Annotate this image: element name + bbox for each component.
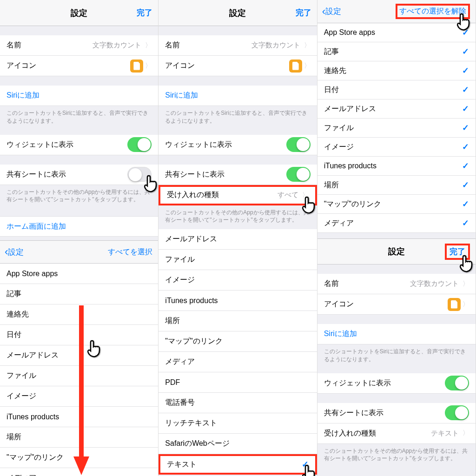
home-add-label: ホーム画面に追加 (7, 222, 66, 231)
doc-icon (130, 60, 143, 73)
type-row[interactable]: ファイル (0, 366, 158, 386)
navbar: ‹ 設定 すべての選択を解除 (317, 0, 476, 23)
type-row[interactable]: メディア (159, 352, 317, 372)
type-row[interactable]: 日付✓ (317, 80, 476, 99)
done-button[interactable]: 完了 (445, 244, 470, 260)
type-row[interactable]: ファイル (159, 250, 317, 270)
type-row[interactable]: "マップ"のリンク (159, 331, 317, 352)
type-row[interactable]: 日付 (0, 325, 158, 345)
widget-row[interactable]: ウィジェットに表示 (159, 135, 317, 155)
checkmark-icon: ✓ (462, 27, 469, 38)
icon-row[interactable]: アイコン 〉 (317, 294, 476, 315)
share-row[interactable]: 共有シートに表示 (317, 403, 476, 423)
type-row[interactable]: 記事 (0, 284, 158, 304)
type-row[interactable]: 場所 (0, 427, 158, 448)
chevron-right-icon: 〉 (145, 62, 152, 70)
accept-types-row[interactable]: 受け入れの種類 すべて 〉 (159, 185, 317, 205)
share-footer: このショートカットをその他のAppから使用するには、共有シートを開いて"ショート… (0, 185, 158, 207)
type-row[interactable]: メディア (0, 468, 158, 476)
type-row[interactable]: "マップ"のリンク✓ (317, 195, 476, 214)
back-button[interactable]: ‹ 設定 (322, 6, 341, 18)
siri-footer: このショートカットをSiriに追加すると、音声で実行できるようになります。 (317, 344, 476, 367)
accept-types-row[interactable]: 受け入れの種類 テキスト 〉 (317, 423, 476, 444)
done-button[interactable]: 完了 (137, 7, 152, 18)
name-row[interactable]: 名前 文字数カウント 〉 (317, 274, 476, 294)
navbar: 設定 完了 (317, 238, 476, 264)
back-button[interactable]: ‹ 設定 (5, 246, 24, 258)
nav-title: 設定 (71, 7, 87, 19)
type-row[interactable]: App Store apps✓ (317, 23, 476, 42)
siri-footer: このショートカットをSiriに追加すると、音声で実行できるようになります。 (159, 106, 317, 128)
share-row[interactable]: 共有シートに表示 (159, 165, 317, 185)
share-row[interactable]: 共有シートに表示 (0, 165, 158, 185)
type-row[interactable]: イメージ (159, 270, 317, 291)
checkmark-icon: ✓ (462, 199, 469, 209)
siri-add-row[interactable]: Siriに追加 (317, 324, 476, 344)
type-row[interactable]: メールアドレス (0, 345, 158, 366)
siri-footer: このショートカットをSiriに追加すると、音声で実行できるようになります。 (0, 106, 158, 128)
type-row[interactable]: iTunes products (159, 291, 317, 311)
type-row[interactable]: iTunes products✓ (317, 157, 476, 176)
navbar: 設定 完了 (0, 0, 158, 26)
type-row[interactable]: イメージ✓ (317, 138, 476, 157)
type-row[interactable]: App Store apps (0, 264, 158, 284)
siri-add-label: Siriに追加 (7, 91, 40, 100)
checkmark-icon: ✓ (462, 161, 469, 171)
checkmark-icon: ✓ (462, 142, 469, 152)
widget-row[interactable]: ウィジェットに表示 (0, 135, 158, 155)
checkmark-icon: ✓ (462, 66, 469, 76)
type-row[interactable]: 連絡先✓ (317, 61, 476, 80)
name-row[interactable]: 名前 文字数カウント 〉 (0, 35, 158, 56)
share-toggle[interactable] (286, 167, 311, 182)
name-row[interactable]: 名前 文字数カウント 〉 (159, 35, 317, 56)
checkmark-icon: ✓ (302, 459, 309, 469)
name-label: 名前 (7, 40, 93, 50)
type-row[interactable]: SafariのWebページ (159, 434, 317, 454)
chevron-right-icon: 〉 (304, 62, 311, 70)
widget-toggle[interactable] (445, 376, 469, 390)
type-row[interactable]: 電話番号 (159, 393, 317, 413)
name-value: 文字数カウント (93, 41, 141, 50)
nav-title: 設定 (388, 246, 405, 257)
type-row[interactable]: 場所 (159, 311, 317, 331)
type-row[interactable]: 場所✓ (317, 176, 476, 195)
checkmark-icon: ✓ (462, 46, 469, 57)
type-row[interactable]: リッチテキスト (159, 413, 317, 434)
type-row[interactable]: メディア✓ (317, 214, 476, 233)
type-row[interactable]: メールアドレス✓ (317, 99, 476, 119)
type-row-text[interactable]: テキスト ✓ (159, 454, 317, 475)
widget-label: ウィジェットに表示 (7, 140, 127, 150)
siri-add-row[interactable]: Siriに追加 (0, 86, 158, 106)
share-toggle[interactable] (445, 405, 469, 420)
share-footer: このショートカットをその他のAppから使用するには、共有シートを開いて"ショート… (317, 444, 476, 466)
doc-icon (448, 298, 461, 311)
type-row[interactable]: "マップ"のリンク (0, 448, 158, 468)
chevron-left-icon: ‹ (322, 6, 325, 18)
type-row[interactable]: iTunes products (0, 407, 158, 427)
icon-row[interactable]: アイコン 〉 (159, 56, 317, 76)
done-button[interactable]: 完了 (296, 7, 311, 18)
widget-toggle[interactable] (286, 137, 311, 152)
checkmark-icon: ✓ (462, 104, 469, 114)
type-row[interactable]: PDF (159, 372, 317, 393)
doc-icon (289, 60, 302, 73)
share-toggle[interactable] (127, 167, 152, 182)
chevron-right-icon: 〉 (463, 300, 469, 309)
siri-add-row[interactable]: Siriに追加 (159, 86, 317, 106)
widget-toggle[interactable] (127, 137, 152, 152)
select-all-button[interactable]: すべてを選択 (108, 247, 152, 257)
icon-row[interactable]: アイコン 〉 (0, 56, 158, 76)
chevron-right-icon: 〉 (145, 41, 152, 50)
type-row[interactable]: イメージ (0, 386, 158, 407)
chevron-right-icon: 〉 (304, 41, 311, 50)
home-add-row[interactable]: ホーム画面に追加 (0, 216, 158, 237)
share-label: 共有シートに表示 (7, 170, 127, 179)
type-row[interactable]: 連絡先 (0, 304, 158, 325)
chevron-right-icon: 〉 (463, 429, 469, 437)
type-row[interactable]: 記事✓ (317, 42, 476, 61)
widget-row[interactable]: ウィジェットに表示 (317, 373, 476, 394)
deselect-all-button[interactable]: すべての選択を解除 (396, 4, 470, 19)
type-row[interactable]: メールアドレス (159, 229, 317, 250)
type-row[interactable]: ファイル✓ (317, 119, 476, 138)
chevron-left-icon: ‹ (5, 246, 8, 258)
